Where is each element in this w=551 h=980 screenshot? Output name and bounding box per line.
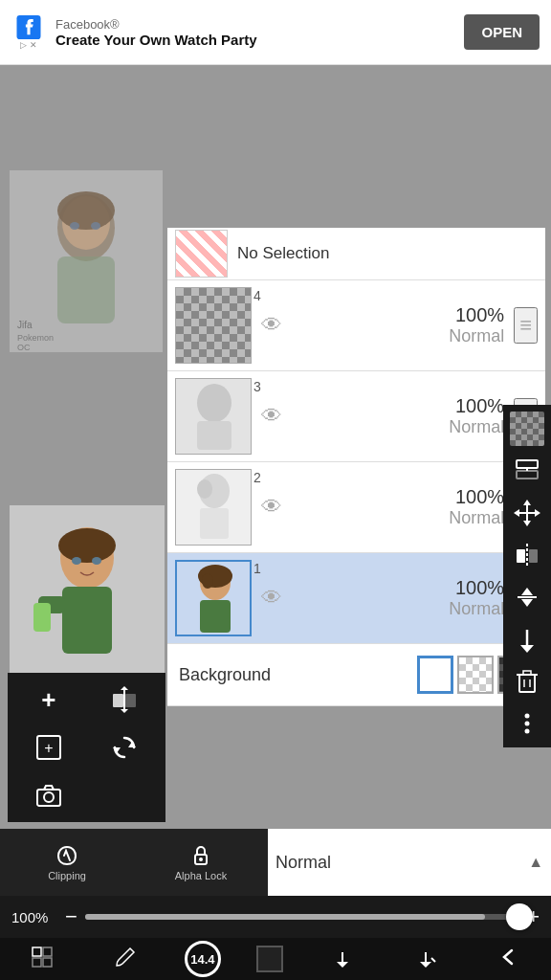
svg-marker-56 xyxy=(521,599,533,607)
clipping-button[interactable]: Clipping xyxy=(0,829,134,896)
svg-marker-47 xyxy=(523,500,531,505)
svg-point-31 xyxy=(197,384,231,422)
layer-num-4: 4 xyxy=(253,288,261,303)
rotate-button[interactable] xyxy=(88,724,163,770)
svg-rect-19 xyxy=(113,694,123,707)
undo-button[interactable] xyxy=(319,939,366,980)
layer-eye-icon-2[interactable]: 👁 xyxy=(261,495,282,520)
layers-panel: No Selection 4 👁 100% Normal xyxy=(167,228,545,706)
svg-marker-23 xyxy=(121,709,128,713)
svg-text:Pokemon: Pokemon xyxy=(17,333,54,343)
brush-size-value: 14.4 xyxy=(190,952,214,967)
svg-rect-20 xyxy=(125,694,136,707)
flip-button[interactable] xyxy=(88,677,163,723)
collapse-button[interactable] xyxy=(507,577,547,617)
add-layer-button[interactable]: + xyxy=(11,677,86,723)
svg-point-5 xyxy=(57,191,115,230)
drawing-preview: Jifa Pokemon OC xyxy=(10,170,163,352)
svg-rect-59 xyxy=(519,675,535,692)
layer-thumb-1 xyxy=(175,560,252,636)
transform-tool-button[interactable] xyxy=(18,939,66,980)
ad-tagline: Create Your Own Watch Party xyxy=(55,32,464,48)
svg-point-63 xyxy=(525,714,530,719)
no-selection-label: No Selection xyxy=(237,244,329,263)
svg-rect-71 xyxy=(43,958,52,967)
more-options-button[interactable] xyxy=(507,703,547,744)
svg-rect-35 xyxy=(200,508,229,539)
bottom-toolbar: Clipping Alpha Lock Normal ▲ xyxy=(0,829,551,896)
svg-text:Jifa: Jifa xyxy=(17,320,33,330)
back-button[interactable] xyxy=(485,939,533,980)
svg-point-29 xyxy=(44,792,54,802)
checker-pattern-button[interactable] xyxy=(507,409,547,449)
facebook-icon: ▷ ✕ xyxy=(11,15,46,50)
alpha-lock-button[interactable]: Alpha Lock xyxy=(134,829,268,896)
layer-info-3: 100% Normal xyxy=(294,395,514,437)
background-row[interactable]: Background xyxy=(167,644,545,706)
color-swatch[interactable] xyxy=(256,946,283,972)
layer-menu-button-4[interactable] xyxy=(514,307,538,344)
add-small-button[interactable]: + xyxy=(11,724,86,770)
blend-mode-selector[interactable]: Normal ▲ xyxy=(268,829,551,896)
layer-opacity-1: 100% xyxy=(294,577,504,599)
layer-row-3[interactable]: 3 👁 100% Normal xyxy=(167,371,545,462)
layer-info-2: 100% Normal xyxy=(294,486,514,528)
clipping-label: Clipping xyxy=(48,870,86,881)
svg-rect-40 xyxy=(200,600,231,633)
svg-point-64 xyxy=(525,722,530,726)
layer-info-1: 100% Normal xyxy=(294,577,514,619)
brush-tool-button[interactable] xyxy=(101,939,149,980)
move-down-button[interactable] xyxy=(507,619,547,659)
svg-rect-68 xyxy=(33,947,41,956)
hamburger-icon-4 xyxy=(519,317,532,336)
layer-row-4[interactable]: 4 👁 100% Normal xyxy=(167,280,545,371)
svg-point-67 xyxy=(199,858,203,861)
layer-eye-icon-1[interactable]: 👁 xyxy=(261,586,282,611)
blend-mode-arrow-icon: ▲ xyxy=(528,854,543,871)
no-selection-row[interactable]: No Selection xyxy=(167,228,545,280)
svg-marker-55 xyxy=(521,588,533,595)
delete-layer-button[interactable] xyxy=(507,661,547,702)
layer-row-1[interactable]: 1 👁 100% Normal xyxy=(167,553,545,644)
layer-blend-2: Normal xyxy=(294,508,504,528)
layer-eye-icon-4[interactable]: 👁 xyxy=(261,313,282,338)
svg-rect-3 xyxy=(57,256,115,323)
svg-point-7 xyxy=(91,222,100,230)
svg-text:+: + xyxy=(44,740,53,756)
background-label: Background xyxy=(179,665,417,685)
svg-point-36 xyxy=(197,479,212,499)
layer-opacity-2: 100% xyxy=(294,486,504,508)
svg-line-76 xyxy=(431,958,435,962)
merge-layers-button[interactable] xyxy=(507,451,547,491)
right-toolbar xyxy=(503,405,551,747)
svg-marker-22 xyxy=(121,686,128,690)
svg-point-17 xyxy=(72,557,81,565)
opacity-thumb[interactable] xyxy=(506,903,533,930)
layer-num-1: 1 xyxy=(253,561,261,576)
ad-banner: ▷ ✕ Facebook® Create Your Own Watch Part… xyxy=(0,0,551,65)
bg-swatch-white[interactable] xyxy=(417,656,453,694)
layer-row-2[interactable]: 2 👁 100% Normal xyxy=(167,462,545,553)
layer-thumb-4 xyxy=(175,287,252,364)
opacity-slider[interactable] xyxy=(85,914,519,920)
layer-eye-icon-3[interactable]: 👁 xyxy=(261,404,282,429)
layer-opacity-3: 100% xyxy=(294,395,504,417)
move-button[interactable] xyxy=(507,493,547,533)
svg-rect-51 xyxy=(517,549,525,563)
svg-marker-50 xyxy=(535,509,540,517)
opacity-slider-fill xyxy=(85,914,485,920)
svg-point-6 xyxy=(70,222,79,230)
alpha-lock-label: Alpha Lock xyxy=(175,870,227,881)
flip-horizontal-button[interactable] xyxy=(507,535,547,575)
redo-button[interactable] xyxy=(402,939,450,980)
ad-open-button[interactable]: OPEN xyxy=(464,14,540,50)
layer-thumb-3 xyxy=(175,378,252,455)
layer-info-4: 100% Normal xyxy=(294,304,514,346)
opacity-minus-button[interactable]: − xyxy=(65,904,77,929)
camera-button[interactable] xyxy=(11,772,86,818)
bg-swatch-checker[interactable] xyxy=(457,656,494,694)
layer-blend-3: Normal xyxy=(294,417,504,437)
layer-num-3: 3 xyxy=(253,379,261,394)
brush-size-indicator[interactable]: 14.4 xyxy=(185,941,221,977)
svg-point-13 xyxy=(58,528,116,563)
